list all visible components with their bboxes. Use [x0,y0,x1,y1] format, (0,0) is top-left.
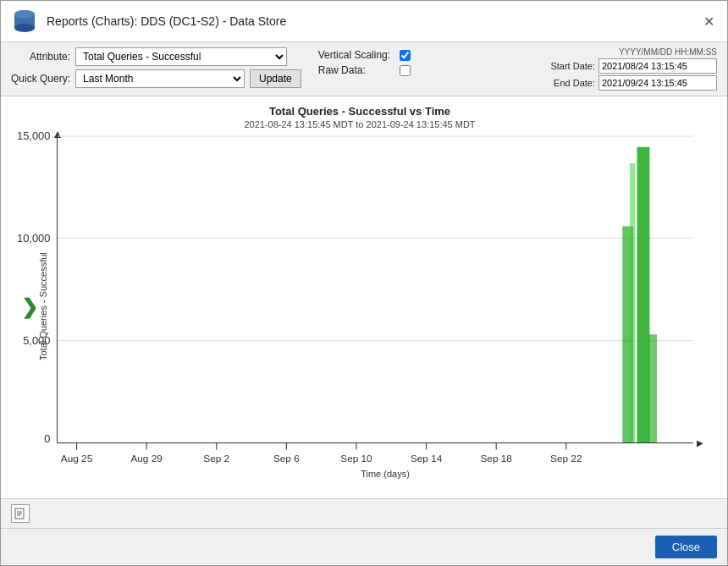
quick-query-row: Quick Query: Last Month Last Week Last D… [11,69,301,88]
close-button[interactable]: Close [655,536,717,558]
svg-rect-27 [637,147,649,442]
svg-point-2 [14,24,35,32]
date-format-hint: YYYY/MM/DD HH:MM:SS [544,47,717,57]
footer: Close [1,528,727,565]
end-date-input[interactable] [598,75,717,91]
chart-plot: 15,000 10,000 5,000 0 Aug 25 Aug 29 Sep … [57,136,693,443]
attribute-select[interactable]: Total Queries - Successful [75,47,287,66]
quick-query-select[interactable]: Last Month Last Week Last Day Last Hour [75,69,245,88]
title-bar: Reports (Charts): DDS (DC1-S2) - Data St… [1,1,727,42]
title-bar-left: Reports (Charts): DDS (DC1-S2) - Data St… [11,8,286,35]
status-icon [11,504,30,523]
status-bar [1,498,727,528]
raw-data-row: Raw Data: [318,64,411,76]
chart-area: Total Queries - Successful vs Time 2021-… [1,96,727,498]
attribute-label: Attribute: [11,51,70,63]
start-date-input[interactable] [598,58,717,74]
chart-container: ❯ Total Queries - Successful 15,000 10,0… [9,136,710,477]
svg-point-3 [14,10,35,19]
raw-data-label: Raw Data: [318,64,394,76]
vertical-scaling-label: Vertical Scaling: [318,49,394,61]
window-close-button[interactable]: ✕ [700,13,717,30]
window-title: Reports (Charts): DDS (DC1-S2) - Data St… [47,14,286,28]
start-date-label: Start Date: [544,61,595,71]
raw-data-checkbox[interactable] [400,65,411,76]
toolbar-right: YYYY/MM/DD HH:MM:SS Start Date: End Date… [544,47,717,91]
svg-text:Sep 22: Sep 22 [550,453,582,464]
svg-text:Sep 6: Sep 6 [273,453,300,464]
svg-text:10,000: 10,000 [17,232,50,245]
y-axis-label: Total Queries - Successful [35,136,48,477]
main-window: Reports (Charts): DDS (DC1-S2) - Data St… [0,0,728,566]
vertical-scaling-row: Vertical Scaling: [318,49,411,61]
end-date-label: End Date: [544,78,595,88]
svg-text:Aug 29: Aug 29 [130,453,162,464]
end-date-row: End Date: [544,75,717,91]
svg-rect-29 [648,334,657,442]
start-date-row: Start Date: [544,58,717,74]
svg-text:Sep 18: Sep 18 [480,453,512,464]
svg-text:Sep 2: Sep 2 [203,453,229,464]
svg-text:Aug 25: Aug 25 [61,453,93,464]
svg-text:15,000: 15,000 [17,129,50,142]
svg-text:0: 0 [44,432,50,445]
toolbar: Attribute: Total Queries - Successful Qu… [1,42,727,96]
toolbar-middle: Vertical Scaling: Raw Data: [318,47,411,76]
app-icon [11,8,38,35]
update-button[interactable]: Update [250,69,301,88]
svg-text:Sep 10: Sep 10 [340,453,372,464]
quick-query-label: Quick Query: [11,73,70,85]
chart-subtitle: 2021-08-24 13:15:45 MDT to 2021-09-24 13… [9,119,710,129]
vertical-scaling-checkbox[interactable] [400,50,411,61]
chart-title: Total Queries - Successful vs Time [9,105,710,118]
svg-rect-30 [630,163,635,442]
attribute-row: Attribute: Total Queries - Successful [11,47,301,66]
svg-text:5,000: 5,000 [23,334,50,347]
svg-text:Sep 14: Sep 14 [411,453,443,464]
chart-svg: 15,000 10,000 5,000 0 Aug 25 Aug 29 Sep … [58,136,693,442]
toolbar-left: Attribute: Total Queries - Successful Qu… [11,47,301,88]
document-icon [14,508,26,519]
